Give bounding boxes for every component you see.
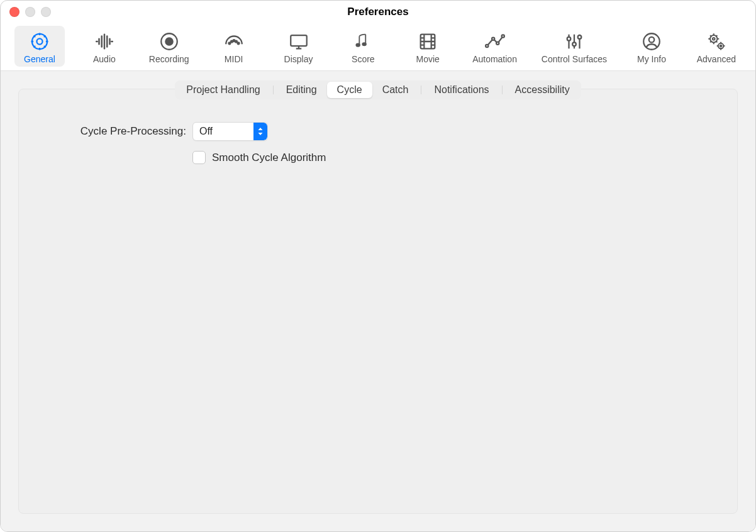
subtab-accessibility[interactable]: Accessibility	[505, 82, 580, 98]
toolbar-label: Movie	[416, 54, 440, 64]
subtab-editing[interactable]: Editing	[276, 82, 327, 98]
smooth-cycle-row: Smooth Cycle Algorithm	[34, 151, 737, 164]
toolbar-item-midi[interactable]: MIDI	[209, 26, 259, 67]
svg-point-16	[501, 35, 504, 37]
content-area: Project Handling Editing Cycle Catch Not…	[1, 71, 755, 531]
svg-point-15	[496, 42, 499, 45]
midi-icon	[222, 30, 246, 53]
toolbar-item-automation[interactable]: Automation	[467, 26, 522, 67]
display-icon	[287, 30, 311, 53]
gear-icon	[28, 30, 52, 53]
general-panel: Project Handling Editing Cycle Catch Not…	[18, 89, 738, 514]
svg-point-21	[649, 37, 655, 42]
svg-point-0	[36, 38, 42, 44]
subtab-cycle[interactable]: Cycle	[327, 82, 372, 98]
cycle-form: Cycle Pre-Processing: Off Smooth Cycle A…	[34, 122, 737, 174]
segmented-control: Project Handling Editing Cycle Catch Not…	[175, 80, 581, 99]
svg-point-10	[357, 44, 360, 47]
film-icon	[416, 30, 440, 53]
svg-rect-9	[291, 35, 307, 46]
zoom-button[interactable]	[41, 7, 51, 17]
gears-icon	[704, 30, 728, 53]
toolbar-item-general[interactable]: General	[14, 26, 65, 67]
svg-point-7	[231, 41, 233, 43]
svg-point-4	[228, 42, 230, 44]
waveform-icon	[92, 30, 116, 53]
toolbar-item-score[interactable]: Score	[338, 26, 388, 67]
subtab-catch[interactable]: Catch	[372, 82, 419, 98]
cycle-pre-processing-select[interactable]: Off	[192, 122, 268, 141]
toolbar-label: Display	[284, 54, 313, 64]
smooth-cycle-label: Smooth Cycle Algorithm	[212, 152, 326, 164]
separator	[273, 86, 274, 94]
sliders-icon	[562, 30, 586, 53]
updown-arrows-icon	[253, 123, 267, 140]
svg-point-17	[567, 37, 571, 41]
toolbar-item-advanced[interactable]: Advanced	[691, 26, 742, 67]
subtab-bar: Project Handling Editing Cycle Catch Not…	[19, 80, 737, 99]
toolbar-item-movie[interactable]: Movie	[403, 26, 453, 67]
music-notes-icon	[351, 30, 375, 53]
svg-point-23	[713, 38, 715, 40]
select-value: Off	[193, 126, 253, 137]
svg-point-11	[363, 43, 367, 45]
svg-point-3	[165, 38, 172, 45]
window-controls	[9, 7, 51, 17]
toolbar-item-my-info[interactable]: My Info	[626, 26, 677, 67]
subtab-project-handling[interactable]: Project Handling	[176, 82, 270, 98]
toolbar-label: Audio	[93, 54, 116, 64]
cycle-pre-processing-label: Cycle Pre-Processing:	[34, 125, 186, 138]
svg-point-8	[235, 41, 237, 43]
toolbar-item-display[interactable]: Display	[274, 26, 324, 67]
svg-point-1	[32, 34, 47, 49]
toolbar-label: General	[24, 54, 55, 64]
automation-icon	[483, 30, 507, 53]
toolbar-label: Score	[352, 54, 375, 64]
toolbar-label: MIDI	[225, 54, 243, 64]
cycle-pre-processing-row: Cycle Pre-Processing: Off	[34, 122, 737, 141]
svg-point-14	[492, 38, 494, 40]
separator	[502, 86, 503, 94]
minimize-button[interactable]	[25, 7, 35, 17]
preferences-toolbar: General Audio Recording MIDI	[1, 23, 755, 71]
person-circle-icon	[640, 30, 664, 53]
toolbar-label: Control Surfaces	[542, 54, 607, 64]
svg-point-25	[720, 45, 722, 47]
toolbar-label: My Info	[637, 54, 666, 64]
svg-point-5	[233, 40, 235, 42]
svg-point-18	[572, 42, 576, 46]
toolbar-item-control-surfaces[interactable]: Control Surfaces	[536, 26, 612, 67]
toolbar-label: Automation	[472, 54, 517, 64]
svg-point-19	[578, 35, 582, 39]
smooth-cycle-checkbox[interactable]	[192, 151, 206, 164]
toolbar-item-recording[interactable]: Recording	[144, 26, 194, 67]
svg-point-24	[718, 43, 724, 49]
separator	[421, 86, 421, 94]
toolbar-label: Recording	[149, 54, 189, 64]
titlebar: Preferences	[1, 1, 755, 23]
svg-point-13	[486, 45, 488, 47]
close-button[interactable]	[9, 7, 19, 17]
subtab-notifications[interactable]: Notifications	[424, 82, 499, 98]
toolbar-label: Advanced	[697, 54, 736, 64]
window-title: Preferences	[1, 6, 755, 18]
record-icon	[157, 30, 181, 53]
toolbar-item-audio[interactable]: Audio	[79, 26, 130, 67]
svg-point-6	[237, 42, 239, 44]
